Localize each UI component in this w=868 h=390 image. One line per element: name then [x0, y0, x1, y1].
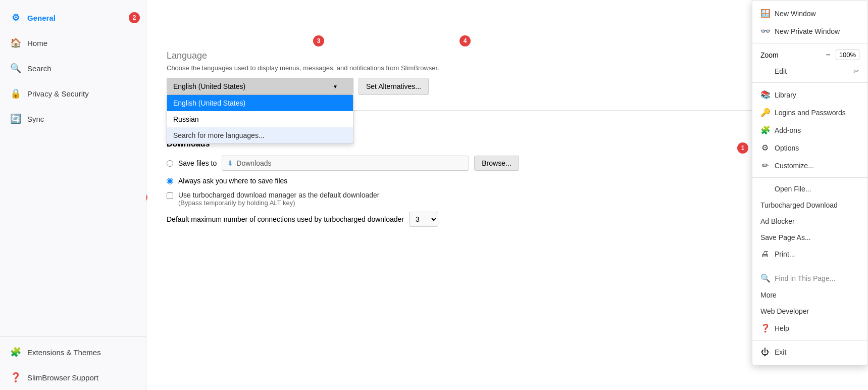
sidebar-item-support[interactable]: ❓ SlimBrowser Support — [0, 365, 146, 390]
always-ask-radio[interactable] — [167, 178, 173, 184]
sidebar-item-label: Search — [27, 64, 52, 73]
menu-item-web-developer[interactable]: Web Developer — [752, 303, 867, 319]
chevron-down-icon: ▼ — [333, 84, 338, 89]
browse-button[interactable]: Browse... — [474, 156, 519, 171]
find-icon: 🔍 — [760, 273, 770, 283]
language-title: Language — [167, 51, 848, 61]
language-section: Language Choose the languages used to di… — [167, 51, 848, 95]
zoom-decrease-button[interactable]: − — [824, 51, 832, 60]
key-icon: 🔑 — [760, 108, 770, 117]
options-gear-icon: ⚙ — [760, 143, 770, 153]
menu-item-label: New Private Window — [775, 27, 840, 35]
menu-item-label: Save Page As... — [760, 233, 811, 241]
menu-item-new-private-window[interactable]: 👓 New Private Window — [752, 22, 867, 40]
menu-separator-2 — [752, 82, 867, 83]
turbo-download-checkbox[interactable] — [167, 192, 173, 199]
menu-separator-5 — [752, 340, 867, 340]
menu-separator-4 — [752, 266, 867, 266]
menu-item-customize[interactable]: ✏ Customize... — [752, 157, 867, 174]
private-window-icon: 👓 — [760, 26, 770, 36]
annotation-badge-1: 1 — [737, 142, 748, 154]
menu-item-save-page-as[interactable]: Save Page As... — [752, 229, 867, 246]
sidebar: ⚙ General 2 🏠 Home 🔍 Search 🔒 Privacy & … — [0, 0, 146, 390]
set-alternatives-button[interactable]: Set Alternatives... — [359, 78, 429, 95]
library-icon: 📚 — [760, 90, 770, 100]
language-select-button[interactable]: English (United States) ▼ — [167, 78, 353, 95]
home-icon: 🏠 — [10, 37, 21, 48]
gear-icon: ⚙ — [10, 12, 21, 23]
connections-select[interactable]: 3 1 2 4 5 — [409, 212, 438, 227]
menu-item-find-in-page[interactable]: 🔍 Find in This Page... — [752, 269, 867, 287]
annotation-badge-2: 2 — [129, 12, 140, 23]
menu-separator-3 — [752, 177, 867, 178]
language-selected-value: English (United States) — [173, 82, 245, 90]
sidebar-item-general[interactable]: ⚙ General 2 — [0, 5, 146, 30]
sidebar-item-label: General — [27, 14, 56, 22]
menu-item-help[interactable]: ❓ Help — [752, 319, 867, 337]
menu-item-label: Customize... — [775, 162, 814, 170]
turbo-bypass-label: (Bypass temporarily by holding ALT key) — [178, 199, 380, 207]
menu-separator-1 — [752, 43, 867, 43]
sidebar-item-search[interactable]: 🔍 Search — [0, 56, 146, 81]
menu-item-edit[interactable]: Edit ✂ — [752, 63, 867, 79]
sidebar-item-privacy-security[interactable]: 🔒 Privacy & Security — [0, 81, 146, 106]
turbo-label-group: Use turbocharged download manager as the… — [178, 191, 380, 207]
menu-item-library[interactable]: 📚 Library — [752, 86, 867, 104]
power-icon: ⏻ — [760, 348, 770, 357]
menu-item-label: Options — [775, 144, 799, 152]
download-path-field: ⬇ Downloads — [222, 156, 469, 171]
menu-item-ad-blocker[interactable]: Ad Blocker — [752, 213, 867, 229]
sidebar-item-label: Privacy & Security — [27, 89, 89, 98]
sidebar-item-sync[interactable]: 🔄 Sync — [0, 106, 146, 131]
menu-item-label: Exit — [775, 348, 786, 356]
menu-item-logins-passwords[interactable]: 🔑 Logins and Passwords — [752, 104, 867, 121]
search-icon: 🔍 — [10, 63, 21, 74]
menu-item-more[interactable]: More — [752, 287, 867, 303]
customize-icon: ✏ — [760, 161, 770, 170]
context-menu: 🪟 New Window 👓 New Private Window Zoom −… — [752, 0, 868, 365]
print-icon: 🖨 — [760, 250, 770, 259]
zoom-label: Zoom — [760, 51, 821, 59]
window-icon: 🪟 — [760, 9, 770, 18]
language-select-wrapper: English (United States) ▼ English (Unite… — [167, 78, 353, 95]
menu-item-label: Find in This Page... — [775, 274, 835, 282]
menu-item-options[interactable]: ⚙ Options 1 — [752, 139, 867, 157]
help-circle-icon: ❓ — [760, 323, 770, 333]
turbo-checkbox-row: Use turbocharged download manager as the… — [167, 191, 848, 207]
menu-item-addons[interactable]: 🧩 Add-ons — [752, 121, 867, 139]
sidebar-item-extensions-themes[interactable]: 🧩 Extensions & Themes — [0, 339, 146, 365]
scissors-icon: ✂ — [853, 67, 859, 75]
menu-item-label: New Window — [775, 10, 816, 18]
download-path-value: Downloads — [236, 159, 271, 167]
sidebar-item-label: Sync — [27, 115, 44, 123]
menu-item-turbocharged-download[interactable]: Turbocharged Download — [752, 197, 867, 213]
annotation-badge-3: 3 — [313, 35, 324, 46]
puzzle-icon: 🧩 — [10, 347, 21, 358]
menu-item-label: Library — [775, 91, 796, 99]
menu-item-label: Logins and Passwords — [775, 109, 846, 117]
always-ask-row: Always ask you where to save files — [167, 177, 848, 185]
always-ask-label[interactable]: Always ask you where to save files — [178, 177, 287, 185]
save-files-label[interactable]: Save files to — [178, 159, 217, 167]
menu-item-new-window[interactable]: 🪟 New Window — [752, 5, 867, 22]
menu-item-label: Open File... — [775, 185, 811, 193]
connections-label: Default maximum number of connections us… — [167, 215, 404, 223]
sync-icon: 🔄 — [10, 113, 21, 124]
sidebar-item-home[interactable]: 🏠 Home — [0, 30, 146, 56]
menu-item-print[interactable]: 🖨 Print... — [752, 246, 867, 263]
language-option-english[interactable]: English (United States) — [167, 95, 353, 111]
menu-item-open-file[interactable]: Open File... — [752, 181, 867, 197]
language-option-russian[interactable]: Russian — [167, 111, 353, 127]
menu-item-exit[interactable]: ⏻ Exit — [752, 344, 867, 361]
language-description: Choose the languages used to display men… — [167, 64, 848, 72]
menu-item-label: Help — [775, 324, 789, 332]
lock-icon: 🔒 — [10, 88, 21, 99]
menu-item-label: More — [760, 291, 777, 299]
language-option-search-more[interactable]: Search for more languages... — [167, 127, 353, 143]
menu-item-label: Add-ons — [775, 126, 801, 134]
help-icon: ❓ — [10, 372, 21, 383]
zoom-value: 100% — [836, 50, 859, 60]
sidebar-item-label: Home — [27, 39, 47, 47]
save-files-radio[interactable] — [167, 160, 173, 167]
menu-item-label: Ad Blocker — [760, 217, 795, 225]
